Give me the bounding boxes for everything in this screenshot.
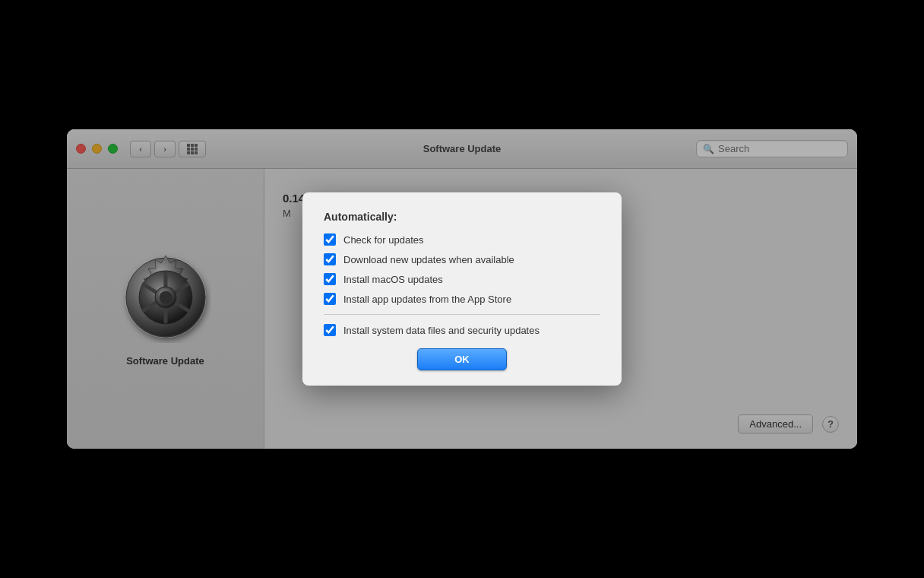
main-window: ‹ › Software Update 🔍: [67, 129, 857, 449]
ok-button[interactable]: OK: [417, 348, 507, 370]
download-updates-checkbox[interactable]: [324, 253, 336, 265]
checkbox-install-macos: Install macOS updates: [324, 273, 600, 285]
modal-dialog: Automatically: Check for updates Downloa…: [302, 192, 622, 386]
install-app-checkbox[interactable]: [324, 293, 336, 305]
checkbox-download-updates: Download new updates when available: [324, 253, 600, 265]
modal-footer: OK: [324, 348, 600, 370]
checkbox-check-updates: Check for updates: [324, 233, 600, 246]
install-security-label: Install system data files and security u…: [343, 325, 540, 336]
check-updates-label: Check for updates: [343, 234, 424, 246]
install-app-label: Install app updates from the App Store: [343, 294, 511, 305]
install-macos-label: Install macOS updates: [343, 274, 443, 285]
check-updates-checkbox[interactable]: [324, 233, 336, 246]
install-security-checkbox[interactable]: [324, 324, 336, 336]
checkbox-install-security: Install system data files and security u…: [324, 324, 600, 336]
install-macos-checkbox[interactable]: [324, 273, 336, 285]
checkbox-install-app: Install app updates from the App Store: [324, 293, 600, 305]
download-updates-label: Download new updates when available: [343, 254, 514, 265]
modal-title: Automatically:: [324, 211, 600, 223]
modal-overlay: Automatically: Check for updates Downloa…: [67, 129, 857, 449]
modal-divider: [324, 314, 600, 315]
